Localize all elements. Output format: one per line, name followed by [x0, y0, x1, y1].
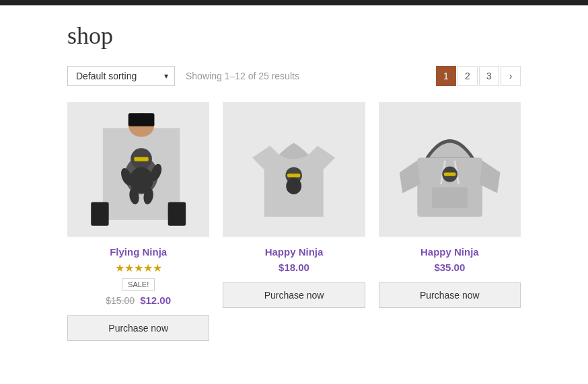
svg-rect-3 — [135, 157, 149, 161]
product-image — [379, 102, 521, 237]
svg-rect-14 — [128, 113, 155, 126]
price-wrapper: $15.00 $12.00 — [106, 295, 171, 306]
sort-select-wrapper: Default sorting Popularity Price: low to… — [67, 66, 175, 86]
svg-rect-21 — [432, 187, 468, 208]
toolbar: Default sorting Popularity Price: low to… — [67, 66, 521, 86]
product-price: $18.00 — [279, 262, 309, 273]
product-name: Flying Ninja — [110, 246, 167, 258]
svg-rect-23 — [444, 172, 456, 176]
pagination: 1 2 3 › — [436, 66, 521, 86]
purchase-now-button[interactable]: Purchase now — [67, 315, 209, 341]
page-title: shop — [67, 22, 521, 50]
product-name: Happy Ninja — [420, 246, 479, 258]
product-image — [67, 102, 209, 237]
product-card: Happy Ninja $18.00 Purchase now — [223, 102, 365, 341]
purchase-now-button[interactable]: Purchase now — [223, 282, 365, 308]
sort-select[interactable]: Default sorting Popularity Price: low to… — [67, 66, 175, 86]
svg-point-17 — [287, 178, 302, 194]
main-container: shop Default sorting Popularity Price: l… — [0, 5, 588, 357]
page-1-button[interactable]: 1 — [436, 66, 456, 86]
product-card: Happy Ninja $35.00 Purchase now — [379, 102, 521, 341]
price-original: $15.00 — [106, 295, 135, 306]
results-count: Showing 1–12 of 25 results — [186, 71, 299, 81]
products-grid: Flying Ninja ★★★★★ SALE! $15.00 $12.00 P… — [67, 102, 521, 341]
svg-rect-16 — [287, 174, 300, 177]
product-image-wrapper — [223, 102, 365, 237]
sale-badge: SALE! — [122, 278, 155, 291]
top-bar — [0, 0, 588, 5]
svg-rect-11 — [91, 202, 108, 225]
purchase-now-button[interactable]: Purchase now — [379, 282, 521, 308]
product-image — [223, 102, 365, 237]
page-3-button[interactable]: 3 — [479, 66, 499, 86]
product-price: $35.00 — [434, 262, 465, 273]
price-current: $12.00 — [140, 295, 171, 306]
product-image-wrapper — [379, 102, 521, 237]
pagination-next-button[interactable]: › — [501, 66, 521, 86]
product-name: Happy Ninja — [265, 246, 324, 258]
product-image-wrapper — [67, 102, 209, 237]
product-card: Flying Ninja ★★★★★ SALE! $15.00 $12.00 P… — [67, 102, 209, 341]
product-stars: ★★★★★ — [115, 262, 162, 274]
svg-rect-12 — [168, 202, 186, 225]
page-2-button[interactable]: 2 — [457, 66, 478, 86]
